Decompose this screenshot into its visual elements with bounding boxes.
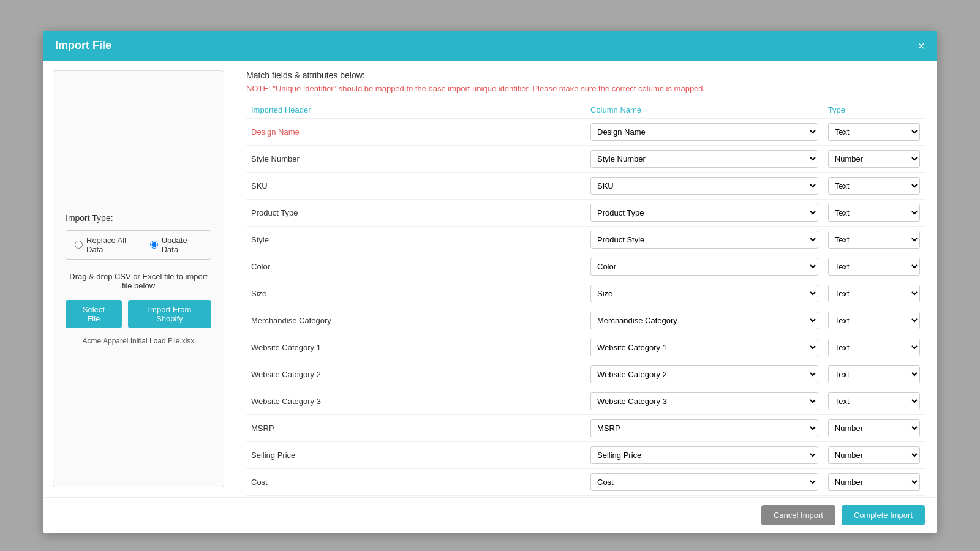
- complete-import-button[interactable]: Complete Import: [842, 505, 925, 525]
- column-name-cell: Design NameStyle NumberSKUProduct TypePr…: [586, 280, 823, 307]
- col-imported-header: Imported Header: [246, 102, 586, 119]
- type-select[interactable]: TextNumber: [828, 446, 920, 464]
- type-cell: TextNumber: [823, 146, 925, 173]
- table-row: StyleDesign NameStyle NumberSKUProduct T…: [246, 227, 925, 253]
- import-type-radio-group: Replace All Data Update Data: [66, 230, 211, 260]
- type-cell: TextNumber: [823, 334, 925, 361]
- column-name-select[interactable]: Design NameStyle NumberSKUProduct TypePr…: [590, 123, 818, 141]
- type-cell: TextNumber: [823, 173, 925, 200]
- column-name-select[interactable]: Design NameStyle NumberSKUProduct TypePr…: [590, 365, 818, 383]
- file-button-row: Select File Import From Shopify: [66, 300, 211, 328]
- type-cell: TextNumber: [823, 361, 925, 388]
- replace-all-radio-label[interactable]: Replace All Data: [75, 236, 140, 254]
- cancel-import-button[interactable]: Cancel Import: [761, 505, 835, 525]
- column-name-select[interactable]: Design NameStyle NumberSKUProduct TypePr…: [590, 339, 818, 356]
- import-shopify-button[interactable]: Import From Shopify: [128, 300, 211, 328]
- table-row: CostDesign NameStyle NumberSKUProduct Ty…: [246, 469, 925, 496]
- column-name-select[interactable]: Design NameStyle NumberSKUProduct TypePr…: [590, 231, 818, 249]
- left-panel: Import Type: Replace All Data Update Dat…: [53, 70, 224, 487]
- type-select[interactable]: TextNumber: [828, 339, 920, 356]
- type-select[interactable]: TextNumber: [828, 204, 920, 222]
- column-name-select[interactable]: Design NameStyle NumberSKUProduct TypePr…: [590, 419, 818, 437]
- column-name-select[interactable]: Design NameStyle NumberSKUProduct TypePr…: [590, 392, 818, 410]
- column-name-select[interactable]: Design NameStyle NumberSKUProduct TypePr…: [590, 285, 818, 302]
- col-type: Type: [823, 102, 925, 119]
- column-name-cell: Design NameStyle NumberSKUProduct TypePr…: [586, 469, 823, 496]
- column-name-select[interactable]: Design NameStyle NumberSKUProduct TypePr…: [590, 258, 818, 276]
- column-name-select[interactable]: Design NameStyle NumberSKUProduct TypePr…: [590, 150, 818, 168]
- column-name-select[interactable]: Design NameStyle NumberSKUProduct TypePr…: [590, 177, 818, 195]
- update-data-radio[interactable]: [150, 241, 158, 249]
- type-cell: TextNumber: [823, 388, 925, 415]
- type-cell: TextNumber: [823, 442, 925, 469]
- table-row: Selling PriceDesign NameStyle NumberSKUP…: [246, 442, 925, 469]
- type-select[interactable]: TextNumber: [828, 285, 920, 302]
- field-mapping-table: Imported Header Column Name Type Design …: [246, 102, 925, 497]
- column-name-cell: Design NameStyle NumberSKUProduct TypePr…: [586, 173, 823, 200]
- table-row: Design NameDesign NameStyle NumberSKUPro…: [246, 119, 925, 146]
- file-name-label: Acme Apparel Initial Load File.xlsx: [83, 337, 195, 345]
- type-select[interactable]: TextNumber: [828, 392, 920, 410]
- imported-header-cell: Style Number: [246, 146, 586, 173]
- table-row: MSRPDesign NameStyle NumberSKUProduct Ty…: [246, 415, 925, 442]
- type-cell: TextNumber: [823, 253, 925, 280]
- imported-header-cell: Website Category 1: [246, 334, 586, 361]
- type-select[interactable]: TextNumber: [828, 258, 920, 276]
- imported-header-cell: Color: [246, 253, 586, 280]
- table-row: Website Category 1Design NameStyle Numbe…: [246, 334, 925, 361]
- column-name-cell: Design NameStyle NumberSKUProduct TypePr…: [586, 334, 823, 361]
- type-select[interactable]: TextNumber: [828, 473, 920, 491]
- column-name-cell: Design NameStyle NumberSKUProduct TypePr…: [586, 119, 823, 146]
- modal-body: Import Type: Replace All Data Update Dat…: [43, 61, 937, 497]
- type-cell: TextNumber: [823, 469, 925, 496]
- imported-header-cell: SKU: [246, 173, 586, 200]
- type-select[interactable]: TextNumber: [828, 231, 920, 249]
- type-cell: TextNumber: [823, 227, 925, 253]
- imported-header-cell: MSRP: [246, 415, 586, 442]
- column-name-cell: Design NameStyle NumberSKUProduct TypePr…: [586, 415, 823, 442]
- table-row: Website Category 2Design NameStyle Numbe…: [246, 361, 925, 388]
- table-row: Website Category 3Design NameStyle Numbe…: [246, 388, 925, 415]
- update-data-radio-label[interactable]: Update Data: [150, 236, 202, 254]
- column-name-cell: Design NameStyle NumberSKUProduct TypePr…: [586, 253, 823, 280]
- table-row: SKUDesign NameStyle NumberSKUProduct Typ…: [246, 173, 925, 200]
- type-select[interactable]: TextNumber: [828, 312, 920, 329]
- note-text: NOTE: "Unique Identifier" should be mapp…: [246, 84, 925, 93]
- table-row: Merchandise CategoryDesign NameStyle Num…: [246, 307, 925, 334]
- column-name-select[interactable]: Design NameStyle NumberSKUProduct TypePr…: [590, 446, 818, 464]
- type-cell: TextNumber: [823, 415, 925, 442]
- column-name-cell: Design NameStyle NumberSKUProduct TypePr…: [586, 200, 823, 227]
- column-name-select[interactable]: Design NameStyle NumberSKUProduct TypePr…: [590, 473, 818, 491]
- column-name-cell: Design NameStyle NumberSKUProduct TypePr…: [586, 388, 823, 415]
- modal-overlay: Import File × Import Type: Replace All D…: [0, 0, 980, 551]
- imported-header-cell: Website Category 3: [246, 388, 586, 415]
- modal-title: Import File: [55, 39, 111, 52]
- imported-header-cell: Product Type: [246, 200, 586, 227]
- type-cell: TextNumber: [823, 280, 925, 307]
- column-name-cell: Design NameStyle NumberSKUProduct TypePr…: [586, 361, 823, 388]
- type-select[interactable]: TextNumber: [828, 123, 920, 141]
- column-name-select[interactable]: Design NameStyle NumberSKUProduct TypePr…: [590, 204, 818, 222]
- imported-header-cell: Merchandise Category: [246, 307, 586, 334]
- column-name-select[interactable]: Design NameStyle NumberSKUProduct TypePr…: [590, 312, 818, 329]
- type-select[interactable]: TextNumber: [828, 177, 920, 195]
- close-button[interactable]: ×: [918, 40, 925, 52]
- replace-all-radio[interactable]: [75, 241, 83, 249]
- modal-header: Import File ×: [43, 31, 937, 61]
- type-cell: TextNumber: [823, 307, 925, 334]
- import-type-label: Import Type:: [66, 213, 113, 223]
- select-file-button[interactable]: Select File: [66, 300, 122, 328]
- type-select[interactable]: TextNumber: [828, 365, 920, 383]
- type-select[interactable]: TextNumber: [828, 419, 920, 437]
- col-column-name: Column Name: [586, 102, 823, 119]
- table-row: Style NumberDesign NameStyle NumberSKUPr…: [246, 146, 925, 173]
- table-row: Product TypeDesign NameStyle NumberSKUPr…: [246, 200, 925, 227]
- imported-header-cell: Selling Price: [246, 442, 586, 469]
- match-label: Match fields & attributes below:: [246, 70, 925, 80]
- column-name-cell: Design NameStyle NumberSKUProduct TypePr…: [586, 442, 823, 469]
- imported-header-cell: Website Category 2: [246, 361, 586, 388]
- type-select[interactable]: TextNumber: [828, 150, 920, 168]
- import-modal: Import File × Import Type: Replace All D…: [43, 31, 937, 533]
- column-name-cell: Design NameStyle NumberSKUProduct TypePr…: [586, 307, 823, 334]
- imported-header-cell: Size: [246, 280, 586, 307]
